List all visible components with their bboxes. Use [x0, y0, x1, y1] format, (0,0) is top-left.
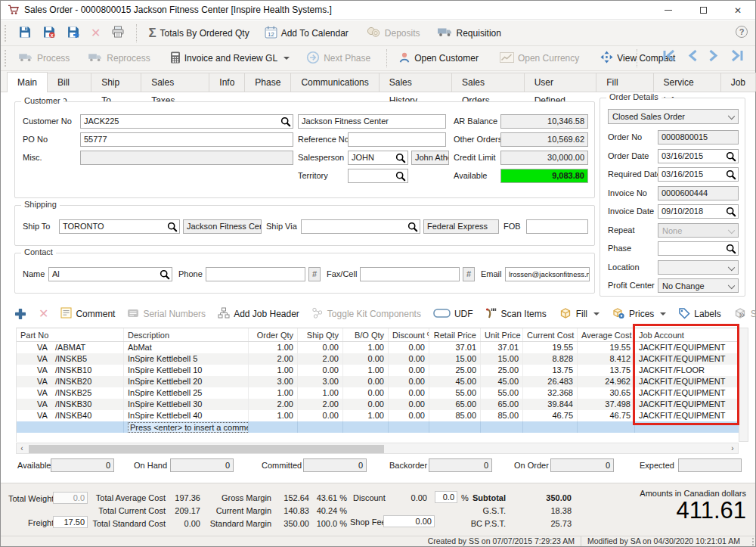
save-new-button[interactable]	[61, 23, 85, 43]
phone-field[interactable]	[206, 267, 305, 281]
add-job-header-button[interactable]: Add Job Header	[218, 307, 299, 321]
first-record-button[interactable]	[662, 49, 677, 64]
invoice-dropdown-caret-icon[interactable]	[284, 57, 290, 60]
order-status-select[interactable]: Closed Sales Order	[608, 109, 739, 124]
table-row[interactable]: VA/INSKB5 InSpire Kettlebell 5 2.00 2.00…	[17, 353, 739, 365]
insert-comment-row[interactable]: Press <enter> to insert a comment	[17, 421, 739, 433]
email-field[interactable]: lrossen@jacksonfitness.net	[505, 267, 590, 281]
scroll-left-arrow[interactable]: ‹	[17, 443, 27, 453]
table-row[interactable]: VA/INSKB25 InSpire Kettlebell 25 1.00 1.…	[17, 387, 739, 399]
udf-button[interactable]: UDF	[433, 309, 473, 320]
totals-by-ordered-qty-button[interactable]: ΣTotals By Ordered Qty	[143, 26, 254, 41]
minimize-button[interactable]	[651, 1, 686, 20]
fax-cell-field[interactable]	[360, 267, 460, 281]
location-select[interactable]	[658, 260, 739, 275]
salesperson-field[interactable]: JOHN	[348, 151, 408, 165]
close-button[interactable]: ✕	[720, 1, 755, 20]
phase-field[interactable]	[658, 241, 739, 256]
tab-communications[interactable]: Communications	[290, 73, 379, 92]
col-header-ship-qty[interactable]: Ship Qty	[298, 328, 343, 341]
customer-name-field[interactable]: Jackson Fitness Center	[298, 114, 446, 129]
col-header-bo-qty[interactable]: B/O Qty	[343, 328, 389, 341]
col-header-unit-price[interactable]: Unit Price	[481, 328, 523, 341]
reference-no-field[interactable]	[348, 132, 446, 147]
invoice-date-field[interactable]: 09/10/2018	[658, 204, 739, 219]
tab-bill-to[interactable]: Bill To	[47, 73, 91, 92]
search-icon[interactable]	[280, 117, 291, 129]
territory-field[interactable]	[348, 169, 408, 183]
invoice-review-gl-button[interactable]: Invoice and Review GL	[165, 49, 295, 68]
col-header-description[interactable]: Description	[124, 328, 249, 341]
col-header-current-cost[interactable]: Current Cost	[523, 328, 578, 341]
fill-dropdown-caret-icon[interactable]	[593, 312, 600, 315]
search-icon[interactable]	[407, 222, 418, 234]
po-no-field[interactable]: 55777	[80, 132, 293, 147]
help-button[interactable]: ?	[736, 26, 748, 38]
fill-button[interactable]: Fill	[559, 307, 600, 322]
comment-button[interactable]: Comment	[60, 307, 115, 321]
ship-via-field[interactable]	[301, 219, 420, 234]
last-record-button[interactable]	[730, 49, 745, 64]
col-header-average-cost[interactable]: Average Cost	[578, 328, 635, 341]
col-header-discount[interactable]: Discount %	[389, 328, 429, 341]
requisition-button[interactable]: Requisition	[432, 24, 507, 42]
tab-phase[interactable]: Phase	[244, 73, 291, 92]
search-icon[interactable]	[726, 244, 736, 256]
shop-fee-field[interactable]: 0.00	[383, 515, 435, 527]
col-header-order-qty[interactable]: Order Qty	[249, 328, 298, 341]
tab-job[interactable]: Job	[720, 73, 756, 92]
previous-record-button[interactable]	[687, 49, 698, 64]
grid-vertical-scrollbar[interactable]	[739, 328, 748, 442]
table-row[interactable]: VA/INSKB20 InSpire Kettlebell 20 3.00 3.…	[17, 376, 739, 387]
tab-info[interactable]: Info	[209, 73, 245, 92]
table-row[interactable]: VA/INSKB40 InSpire Kettlebell 40 1.00 0.…	[17, 410, 739, 421]
table-row[interactable]: VA/ABMAT AbMat 1.00 0.00 1.00 0.00 37.01…	[17, 342, 739, 353]
search-icon[interactable]	[726, 207, 736, 219]
save-close-button[interactable]: x	[37, 23, 61, 43]
tab-fill-order[interactable]: Fill Order	[596, 73, 653, 92]
search-icon[interactable]	[726, 169, 736, 182]
scrollbar-thumb[interactable]	[29, 445, 384, 453]
profit-center-select[interactable]: No Change	[658, 278, 739, 293]
contact-name-field[interactable]: Al	[48, 267, 172, 281]
prices-button[interactable]: Prices	[612, 307, 666, 322]
tab-sales-orders[interactable]: Sales Orders	[451, 73, 525, 92]
tab-sales-taxes[interactable]: Sales Taxes	[141, 73, 209, 92]
tab-service-info[interactable]: Service Info	[653, 73, 721, 92]
search-icon[interactable]	[395, 153, 406, 165]
scroll-right-arrow[interactable]: ›	[727, 443, 738, 453]
tab-sales-history[interactable]: Sales History	[379, 73, 452, 92]
search-icon[interactable]	[167, 222, 178, 234]
save-button[interactable]	[13, 23, 37, 43]
resize-grip[interactable]	[746, 538, 754, 545]
tab-ship-to[interactable]: Ship To	[91, 73, 141, 92]
table-row[interactable]: VA/INSKB10 InSpire Kettlebell 10 1.00 0.…	[17, 365, 739, 376]
next-record-button[interactable]	[708, 49, 719, 64]
labels-button[interactable]: Labels	[678, 307, 720, 322]
scan-items-button[interactable]: Scan Items	[485, 307, 547, 322]
tab-main[interactable]: Main	[7, 72, 48, 92]
tab-user-defined[interactable]: User Defined	[524, 73, 597, 92]
customer-no-field[interactable]: JACK225	[80, 114, 293, 129]
freight-field[interactable]: 17.50	[53, 516, 88, 528]
grid-horizontal-scrollbar[interactable]: ‹ ›	[16, 443, 739, 454]
search-icon[interactable]	[726, 151, 736, 163]
toolbar-overflow-button[interactable]: »	[739, 309, 745, 320]
insert-comment-prompt[interactable]: Press <enter> to insert a comment	[128, 422, 249, 433]
fax-dial-button[interactable]: #	[463, 267, 475, 281]
maximize-button[interactable]	[686, 1, 720, 20]
add-line-button[interactable]	[14, 308, 26, 320]
required-date-field[interactable]: 03/16/2015	[658, 167, 739, 182]
table-row[interactable]: VA/INSKB30 InSpire Kettlebell 30 2.00 2.…	[17, 399, 739, 410]
col-header-job-account[interactable]: Job Account	[635, 328, 739, 341]
print-button[interactable]	[106, 23, 130, 42]
search-icon[interactable]	[395, 171, 406, 183]
order-date-field[interactable]: 03/16/2015	[658, 149, 739, 163]
fob-field[interactable]	[526, 219, 588, 234]
search-icon[interactable]	[160, 269, 170, 281]
phone-dial-button[interactable]: #	[308, 267, 321, 281]
col-header-part-no[interactable]: Part No	[17, 328, 124, 341]
open-customer-button[interactable]: Open Customer	[393, 49, 484, 68]
ship-to-field[interactable]: TORONTO	[59, 219, 180, 234]
prices-dropdown-caret-icon[interactable]	[660, 312, 666, 315]
